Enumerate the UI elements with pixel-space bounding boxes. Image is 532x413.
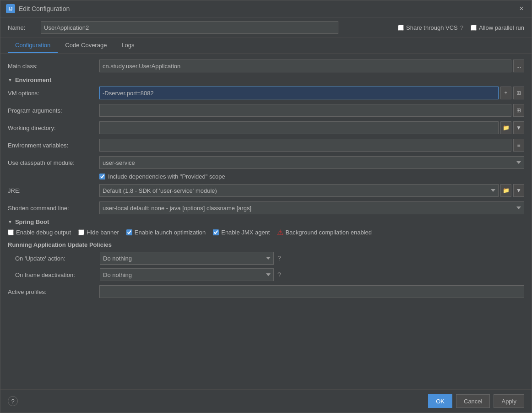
env-variables-field: ≡ [99,139,524,152]
jre-dropdown[interactable]: Default (1.8 - SDK of 'user-service' mod… [99,184,499,197]
environment-collapse-icon: ▼ [8,77,12,82]
frame-deactivation-help-icon[interactable]: ? [277,271,281,278]
enable-debug-output-checkbox[interactable] [8,229,14,235]
include-dependencies-row: Include dependencies with "Provided" sco… [99,173,524,180]
title-bar-left: IJ Edit Configuration [6,4,70,13]
env-variables-edit-button[interactable]: ≡ [513,139,524,152]
spring-boot-collapse-icon: ▼ [8,219,12,224]
vcs-help-icon[interactable]: ? [460,24,463,31]
program-arguments-row: Program arguments: ⊞ [8,103,524,117]
content-area: Main class: ... ▼ Environment VM options… [0,54,532,389]
spring-boot-section: ▼ Spring Boot Enable debug output Hide b… [8,218,524,281]
working-directory-browse-button[interactable]: 📁 [500,121,511,134]
classpath-module-label: Use classpath of module: [8,159,99,166]
working-directory-label: Working directory: [8,125,99,131]
help-button[interactable]: ? [8,396,18,406]
program-arguments-expand-button[interactable]: ⊞ [513,104,524,117]
name-input[interactable] [41,21,338,34]
tab-code-coverage[interactable]: Code Coverage [58,38,114,53]
footer-buttons: OK Cancel Apply [428,394,524,408]
program-arguments-field: ⊞ [99,104,524,117]
allow-parallel-label[interactable]: Allow parallel run [471,24,524,31]
classpath-module-dropdown[interactable]: user-service [99,156,524,169]
include-dependencies-checkbox[interactable] [99,174,105,179]
active-profiles-row: Active profiles: [8,285,524,299]
working-directory-field: 📁 ▼ [99,121,524,134]
hide-banner-label[interactable]: Hide banner [78,229,119,236]
main-class-field: ... [99,60,524,72]
name-right-options: Share through VCS ? Allow parallel run [398,24,524,31]
vm-options-label: VM options: [8,90,99,97]
spring-boot-checkboxes: Enable debug output Hide banner Enable l… [8,228,524,237]
title-bar: IJ Edit Configuration × [0,0,532,17]
error-icon: ⚠ [277,228,283,237]
enable-jmx-agent-label[interactable]: Enable JMX agent [213,229,270,236]
program-arguments-label: Program arguments: [8,107,99,114]
spring-boot-header[interactable]: ▼ Spring Boot [8,218,524,225]
active-profiles-label: Active profiles: [8,288,99,295]
environment-section-header[interactable]: ▼ Environment [8,76,524,83]
update-action-help-icon[interactable]: ? [277,255,281,262]
enable-jmx-agent-checkbox[interactable] [213,229,219,235]
tab-logs[interactable]: Logs [114,38,141,53]
enable-launch-optimization-label[interactable]: Enable launch optimization [126,229,206,236]
shorten-command-line-label: Shorten command line: [8,205,99,212]
env-variables-label: Environment variables: [8,142,99,149]
active-profiles-field [99,285,524,298]
name-label: Name: [8,24,35,31]
frame-deactivation-dropdown[interactable]: Do nothing Update resources Update class… [100,268,274,281]
environment-title: Environment [15,76,51,83]
app-icon: IJ [6,4,15,13]
share-vcs-checkbox[interactable] [398,25,404,31]
vm-options-row: VM options: + ⊞ [8,86,524,100]
vm-options-plus-button[interactable]: + [500,87,511,99]
main-class-browse-button[interactable]: ... [513,60,524,72]
background-compilation: ⚠ Background compilation enabled [277,228,372,237]
apply-button[interactable]: Apply [494,394,524,408]
update-action-row: On 'Update' action: Do nothing Update re… [15,252,524,265]
main-class-row: Main class: ... [8,59,524,73]
main-class-input[interactable] [99,60,511,72]
close-button[interactable]: × [517,4,526,13]
tab-configuration[interactable]: Configuration [8,38,58,53]
program-arguments-input[interactable] [99,104,511,117]
running-policies-section: Running Application Update Policies On '… [8,241,524,281]
hide-banner-checkbox[interactable] [78,229,84,235]
vm-options-expand-button[interactable]: ⊞ [513,87,524,99]
running-policies-title: Running Application Update Policies [8,241,524,248]
jre-row: JRE: Default (1.8 - SDK of 'user-service… [8,184,524,197]
include-dependencies-label[interactable]: Include dependencies with "Provided" sco… [99,173,225,180]
vm-options-input[interactable] [99,87,499,99]
update-action-dropdown[interactable]: Do nothing Update resources Update class… [100,252,274,265]
enable-launch-optimization-checkbox[interactable] [126,229,132,235]
edit-configuration-dialog: IJ Edit Configuration × Name: Share thro… [0,0,532,413]
frame-deactivation-label: On frame deactivation: [15,272,100,278]
jre-browse-button[interactable]: 📁 [500,184,511,197]
jre-field: Default (1.8 - SDK of 'user-service' mod… [99,184,524,197]
jre-expand-button[interactable]: ▼ [513,184,524,197]
main-class-label: Main class: [8,63,99,70]
footer-left: ? [8,396,18,406]
classpath-module-row: Use classpath of module: user-service [8,156,524,169]
env-variables-input[interactable] [99,139,511,152]
allow-parallel-checkbox[interactable] [471,25,477,31]
enable-debug-output-label[interactable]: Enable debug output [8,229,71,236]
vm-options-field: + ⊞ [99,87,524,99]
working-directory-input[interactable] [99,121,499,134]
spring-boot-title: Spring Boot [15,218,49,225]
cancel-button[interactable]: Cancel [456,394,490,408]
jre-label: JRE: [8,187,99,194]
share-vcs-label[interactable]: Share through VCS ? [398,24,463,31]
ok-button[interactable]: OK [428,394,452,408]
update-action-label: On 'Update' action: [15,255,100,262]
shorten-command-line-row: Shorten command line: user-local default… [8,201,524,215]
active-profiles-input[interactable] [99,285,524,298]
classpath-module-field: user-service [99,156,524,169]
shorten-command-line-field: user-local default: none - java [options… [99,201,524,214]
working-directory-row: Working directory: 📁 ▼ [8,121,524,135]
working-directory-dropdown-button[interactable]: ▼ [513,121,524,134]
dialog-title: Edit Configuration [19,5,70,12]
footer: ? OK Cancel Apply [0,389,532,413]
shorten-command-line-dropdown[interactable]: user-local default: none - java [options… [99,201,524,214]
env-variables-row: Environment variables: ≡ [8,138,524,152]
